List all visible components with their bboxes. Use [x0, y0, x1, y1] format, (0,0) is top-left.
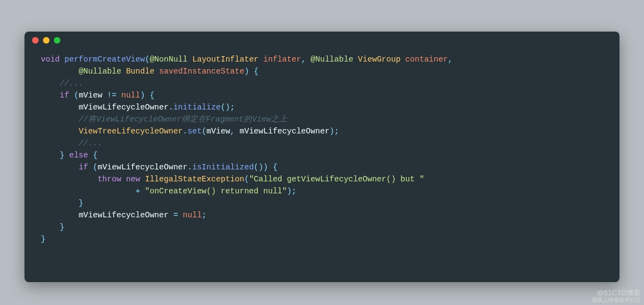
close-dot-icon[interactable]: [32, 37, 39, 44]
code-line: mViewLifecycleOwner = null;: [41, 209, 603, 221]
code-token: savedInstanceState: [159, 67, 245, 76]
code-line: }: [41, 233, 603, 245]
code-token: ) {: [140, 91, 154, 100]
code-token: [41, 103, 79, 112]
code-token: //...: [60, 79, 84, 88]
minimize-dot-icon[interactable]: [43, 37, 49, 44]
watermark-line2: 原稿上传金技术社区: [592, 297, 641, 303]
code-token: .: [183, 127, 188, 136]
code-line: + "onCreateView() returned null");: [41, 185, 603, 197]
maximize-dot-icon[interactable]: [54, 37, 60, 44]
code-line: //将ViewLifecycleOwner绑定在Fragment的View之上: [41, 113, 603, 125]
code-token: {: [88, 151, 97, 160]
code-token: [60, 55, 65, 64]
code-token: initialize: [174, 103, 221, 112]
code-token: (: [145, 55, 150, 64]
code-token: "Called getViewLifecycleOwner() but ": [249, 175, 424, 184]
code-token: !=: [102, 91, 121, 100]
code-token: isInitialized: [192, 163, 253, 172]
code-token: [258, 55, 263, 64]
titlebar: [24, 32, 620, 49]
code-token: [41, 127, 79, 136]
code-token: "onCreateView() returned null": [145, 187, 287, 196]
code-token: mViewLifecycleOwner: [79, 211, 169, 219]
code-token: +: [41, 187, 145, 196]
code-token: //将ViewLifecycleOwner绑定在Fragment的View之上: [79, 115, 287, 124]
code-token: [41, 91, 60, 100]
code-line: }: [41, 197, 603, 209]
code-token: null: [121, 91, 140, 100]
code-token: [41, 115, 79, 124]
code-token: @NonNull: [150, 55, 188, 64]
code-line: mViewLifecycleOwner.initialize();: [41, 101, 603, 113]
code-token: [154, 67, 159, 76]
code-token: mViewLifecycleOwner: [97, 163, 187, 172]
code-token: inflater: [263, 55, 301, 64]
code-token: =: [169, 211, 183, 219]
code-token: //...: [79, 139, 103, 148]
code-token: [41, 175, 97, 184]
code-token: }: [41, 151, 69, 160]
code-token: if: [79, 163, 88, 172]
code-token: ,: [301, 55, 311, 64]
code-token: [121, 67, 126, 76]
code-window: void performCreateView(@NonNull LayoutIn…: [24, 32, 620, 282]
code-line: //...: [41, 77, 603, 89]
code-token: [41, 211, 79, 219]
code-token: [41, 139, 79, 148]
code-line: } else {: [41, 149, 603, 161]
code-token: mViewLifecycleOwner: [240, 127, 330, 136]
code-line: if (mView != null) {: [41, 89, 603, 101]
code-line: throw new IllegalStateException("Called …: [41, 173, 603, 185]
code-token: }: [41, 235, 46, 243]
code-token: [41, 67, 79, 76]
code-token: [41, 163, 79, 172]
code-token: Bundle: [126, 67, 154, 76]
code-token: ) {: [244, 67, 258, 76]
code-token: new: [126, 175, 140, 184]
code-token: }: [41, 223, 65, 231]
code-block: void performCreateView(@NonNull LayoutIn…: [24, 49, 620, 254]
watermark: @51CTO博客 原稿上传金技术社区: [592, 289, 641, 303]
code-token: [353, 55, 358, 64]
code-token: @Nullable: [311, 55, 353, 64]
code-token: ;: [202, 211, 207, 219]
code-token: mView: [207, 127, 231, 136]
code-token: .: [169, 103, 174, 112]
code-token: void: [41, 55, 60, 64]
watermark-line1: @51CTO博客: [592, 289, 641, 297]
code-token: mViewLifecycleOwner: [79, 103, 169, 112]
code-token: ,: [448, 55, 453, 64]
code-token: [121, 175, 126, 184]
code-token: else: [69, 151, 88, 160]
code-line: void performCreateView(@NonNull LayoutIn…: [41, 53, 603, 65]
code-token: (: [244, 175, 249, 184]
code-token: (: [88, 163, 97, 172]
code-token: );: [287, 187, 296, 196]
code-token: set: [188, 127, 202, 136]
code-line: //...: [41, 137, 603, 149]
code-token: @Nullable: [79, 67, 121, 76]
code-token: IllegalStateException: [145, 175, 244, 184]
code-token: container: [405, 55, 448, 64]
code-token: [400, 55, 405, 64]
code-token: (: [202, 127, 207, 136]
code-line: if (mViewLifecycleOwner.isInitialized())…: [41, 161, 603, 173]
code-token: throw: [97, 175, 121, 184]
code-line: }: [41, 221, 603, 233]
code-line: ViewTreeLifecycleOwner.set(mView, mViewL…: [41, 125, 603, 137]
code-token: ,: [230, 127, 239, 136]
code-token: [41, 79, 60, 88]
code-token: if: [60, 91, 69, 100]
code-token: LayoutInflater: [192, 55, 258, 64]
code-token: );: [330, 127, 339, 136]
code-token: ViewGroup: [358, 55, 400, 64]
code-line: @Nullable Bundle savedInstanceState) {: [41, 65, 603, 77]
code-token: ();: [221, 103, 235, 112]
code-token: }: [41, 199, 83, 208]
code-token: null: [183, 211, 202, 219]
code-token: performCreateView: [65, 55, 145, 64]
page-root: void performCreateView(@NonNull LayoutIn…: [0, 0, 644, 305]
code-token: ViewTreeLifecycleOwner: [79, 127, 183, 136]
code-token: ()) {: [254, 163, 278, 172]
